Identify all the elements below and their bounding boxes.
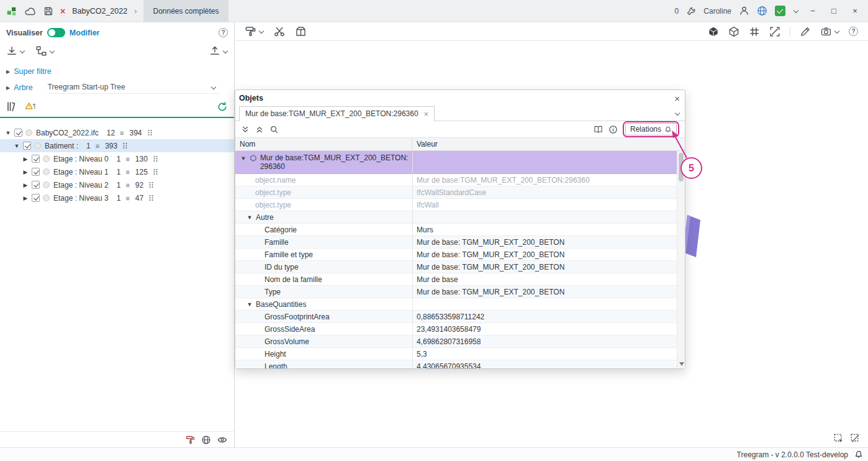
camera-icon[interactable]	[820, 26, 832, 37]
web-globe-icon[interactable]	[201, 435, 211, 445]
camera-chevron-icon[interactable]	[834, 29, 839, 34]
window-minimize-button[interactable]: −	[806, 6, 820, 16]
mode-modifier-label[interactable]: Modifier	[70, 29, 100, 37]
account-status-icon[interactable]	[775, 6, 785, 16]
property-row[interactable]: Famille Mur de base: TGM_MUR_EXT_200_BET…	[235, 236, 685, 249]
checkbox[interactable]	[23, 142, 31, 150]
visibility-circle-icon[interactable]	[25, 129, 32, 136]
user-name[interactable]: Caroline	[703, 7, 731, 16]
library-icon[interactable]	[6, 101, 18, 112]
tree-type-select[interactable]: Treegram Start-up Tree	[47, 81, 219, 94]
appearance-paint-icon[interactable]	[245, 25, 256, 37]
box-section-icon[interactable]	[295, 25, 307, 37]
object-tab[interactable]: Mur de base:TGM_MUR_EXT_200_BETON:296360…	[239, 106, 435, 121]
property-group-row[interactable]: ▼ Autre	[235, 211, 685, 224]
property-row[interactable]: Nom de la famille Mur de base	[235, 273, 685, 286]
checkbox[interactable]	[32, 194, 40, 202]
scrollbar-down-arrow[interactable]	[679, 362, 684, 366]
import-chevron-icon[interactable]	[19, 48, 25, 54]
group-collapse-icon[interactable]: ▼	[246, 299, 253, 309]
expand-all-icon[interactable]	[255, 125, 264, 134]
visibility-circle-icon[interactable]	[43, 155, 50, 162]
property-row[interactable]: Famille et type Mur de base: TGM_MUR_EXT…	[235, 249, 685, 261]
group-collapse-icon[interactable]: ▼	[246, 212, 253, 222]
collapse-all-icon[interactable]	[241, 125, 250, 134]
expand-icon[interactable]: ▶	[22, 156, 29, 162]
account-chevron-icon[interactable]	[793, 8, 798, 14]
cut-section-icon[interactable]	[273, 25, 286, 37]
info-icon[interactable]	[608, 125, 618, 134]
property-row[interactable]: object.type IfcWall	[235, 199, 685, 211]
tree-item[interactable]: ▶ Etage : Niveau 3 1 ≡ 47	[0, 191, 234, 204]
expand-icon[interactable]: ▶	[22, 182, 29, 188]
column-header-nom[interactable]: Nom	[235, 138, 412, 150]
expand-icon[interactable]: ▶	[22, 195, 29, 201]
appearance-chevron-icon[interactable]	[258, 29, 264, 34]
property-row[interactable]: ID du type Mur de base: TGM_MUR_EXT_200_…	[235, 261, 685, 273]
breadcrumb-project[interactable]: BabyCO2_2022	[72, 7, 127, 16]
paint-roller-icon[interactable]	[186, 435, 196, 445]
visibility-circle-icon[interactable]	[43, 168, 50, 175]
property-row[interactable]: Type Mur de base: TGM_MUR_EXT_200_BETON	[235, 286, 685, 298]
annotate-pen-icon[interactable]	[800, 26, 811, 37]
column-header-valeur[interactable]: Valeur	[412, 138, 685, 150]
object-header-row[interactable]: ▼ Mur de base:TGM_MUR_EXT_200_BETON:2963…	[235, 151, 685, 174]
window-maximize-button[interactable]: □	[827, 6, 841, 16]
scrollbar[interactable]	[677, 151, 685, 368]
object-tab-close-icon[interactable]: ×	[424, 110, 429, 118]
select-box-icon[interactable]	[833, 433, 844, 444]
language-globe-icon[interactable]	[757, 6, 767, 16]
tools-icon[interactable]	[686, 6, 696, 16]
collapse-icon[interactable]: ▼	[240, 153, 246, 163]
notifications-bell-icon[interactable]	[854, 450, 863, 459]
help-icon[interactable]: ?	[219, 28, 228, 37]
user-avatar-icon[interactable]	[739, 6, 749, 16]
deselect-box-icon[interactable]	[850, 433, 861, 444]
tab-donnees-completes[interactable]: Données complètes	[143, 0, 228, 22]
super-filtre-section[interactable]: ▶ Super filtre	[6, 67, 234, 76]
property-row[interactable]: object.type IfcWallStandardCase	[235, 186, 685, 199]
arbre-label[interactable]: Arbre	[14, 83, 33, 92]
super-filtre-label[interactable]: Super filtre	[14, 67, 51, 76]
relations-button[interactable]: Relations	[625, 123, 677, 135]
property-row[interactable]: object.name Mur de base:TGM_MUR_EXT_200_…	[235, 174, 685, 186]
property-row[interactable]: GrossFootprintArea 0,886533598711242	[235, 311, 685, 323]
cloud-icon[interactable]	[24, 6, 37, 16]
property-row[interactable]: Catégorie Murs	[235, 224, 685, 236]
expand-icon[interactable]: ▼	[5, 130, 11, 136]
tree-structure-icon[interactable]	[35, 45, 47, 57]
cube-solid-icon[interactable]	[708, 26, 719, 37]
search-icon[interactable]	[269, 125, 279, 134]
arbre-expand-icon[interactable]: ▶	[6, 85, 10, 91]
warning-filter-icon[interactable]	[24, 101, 36, 112]
tree-item[interactable]: ▶ Etage : Niveau 1 1 ≡ 125	[0, 165, 234, 178]
refresh-icon[interactable]	[217, 101, 228, 112]
tree-item[interactable]: ▶ Etage : Niveau 0 1 ≡ 130	[0, 152, 234, 165]
viewport-help-icon[interactable]: ?	[849, 27, 858, 36]
property-row[interactable]: Length 4,43065670935534	[235, 360, 685, 368]
expand-icon[interactable]: ▼	[14, 143, 20, 149]
eye-icon[interactable]	[217, 435, 228, 445]
visibility-circle-icon[interactable]	[43, 181, 50, 188]
move-grid-icon[interactable]	[749, 26, 760, 37]
import-icon[interactable]	[6, 45, 17, 57]
save-icon[interactable]	[43, 6, 53, 16]
expand-icon[interactable]: ▶	[22, 169, 29, 175]
checkbox[interactable]	[32, 181, 40, 189]
property-group-row[interactable]: ▼ BaseQuantities	[235, 298, 685, 311]
checkbox[interactable]	[14, 129, 22, 137]
tree-item[interactable]: ▼ BabyCO2_2022.ifc 12 ≡ 394	[0, 126, 234, 139]
visibility-circle-icon[interactable]	[43, 194, 50, 201]
tab-list-chevron-icon[interactable]	[674, 111, 680, 116]
mode-toggle[interactable]	[47, 28, 65, 37]
book-icon[interactable]	[593, 125, 604, 134]
property-row[interactable]: Height 5,3	[235, 348, 685, 360]
checkbox[interactable]	[32, 168, 40, 176]
objects-panel-close-icon[interactable]: ×	[674, 94, 680, 103]
visibility-circle-icon[interactable]	[34, 142, 41, 149]
tree-item[interactable]: ▼ Batiment : 1 ≡ 393	[0, 139, 234, 152]
super-filtre-expand-icon[interactable]: ▶	[6, 69, 10, 75]
mode-visualiser-label[interactable]: Visualiser	[6, 29, 43, 37]
close-project-icon[interactable]: ×	[60, 6, 65, 16]
tree-structure-chevron-icon[interactable]	[49, 48, 55, 54]
